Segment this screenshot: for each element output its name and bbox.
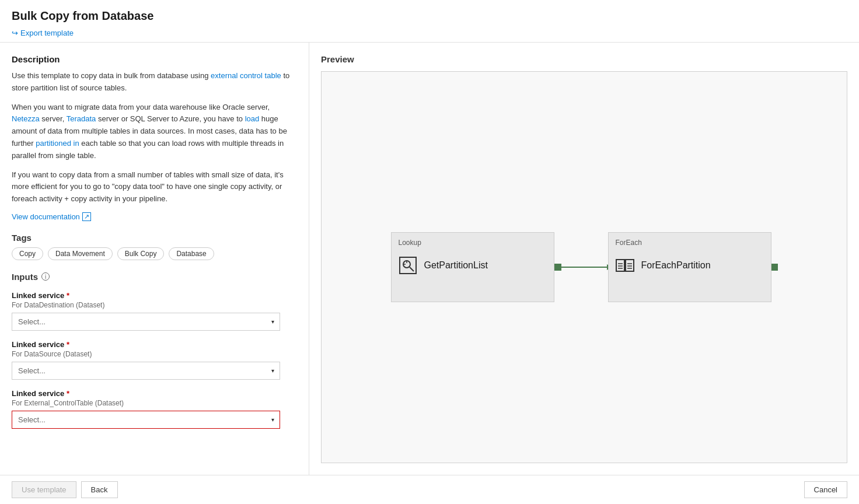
back-button[interactable]: Back [81,481,118,498]
description-para1: Use this template to copy data in bulk f… [12,70,297,94]
cancel-button[interactable]: Cancel [804,481,847,498]
foreach-node-name: ForEachPartition [641,260,711,271]
input-sublabel-2: For DataSource (Dataset) [12,350,297,358]
preview-label: Preview [321,54,847,64]
linked-service-destination-select[interactable]: Select... [12,313,280,331]
lookup-icon [399,256,417,275]
inputs-section: Inputs i Linked service * For DataDestin… [12,272,297,429]
lookup-node-name: GetPartitionList [424,260,488,271]
pipeline-diagram: Lookup GetPartitionList [391,232,778,302]
foreach-node: ForEach [608,232,771,302]
select-wrapper-1: Select... ▾ [12,313,280,331]
tag-data-movement: Data Movement [48,247,113,260]
input-sublabel-1: For DataDestination (Dataset) [12,301,297,309]
linked-service-source-select[interactable]: Select... [12,362,280,380]
input-label-2: Linked service * [12,340,297,349]
inputs-header: Inputs i [12,272,297,282]
lookup-body: GetPartitionList [399,251,547,279]
tags-title: Tags [12,233,297,243]
input-group-source: Linked service * For DataSource (Dataset… [12,340,297,380]
svg-line-2 [410,267,414,271]
preview-canvas: Lookup GetPartitionList [321,71,847,463]
lookup-type-label: Lookup [399,239,547,247]
inputs-info-icon: i [41,272,50,281]
export-arrow-icon: ↪ [12,29,18,37]
foreach-icon [616,256,634,275]
input-group-destination: Linked service * For DataDestination (Da… [12,291,297,331]
description-para3: If you want to copy data from a small nu… [12,169,297,205]
tag-database: Database [169,247,214,260]
select-wrapper-2: Select... ▾ [12,362,280,380]
select-wrapper-3: Select... ▾ [12,411,280,429]
page-title: Bulk Copy from Database [12,9,847,23]
tag-copy: Copy [12,247,43,260]
description-title: Description [12,54,297,64]
export-template-link[interactable]: ↪ Export template [12,29,74,37]
connector-dot-right [771,264,778,271]
tags-section: Tags Copy Data Movement Bulk Copy Databa… [12,233,297,260]
external-link-icon: ↗ [82,212,91,221]
foreach-body: ForEachPartition [616,251,764,279]
input-label-1: Linked service * [12,291,297,300]
right-panel: Preview Lookup [309,43,859,475]
bottom-left-buttons: Use template Back [12,481,118,498]
connector [554,264,608,271]
connector-dot-left [554,264,561,271]
foreach-type-label: ForEach [616,239,764,247]
tag-bulk-copy: Bulk Copy [117,247,165,260]
use-template-button[interactable]: Use template [12,481,76,498]
left-panel: Description Use this template to copy da… [0,43,309,475]
svg-rect-5 [616,260,624,271]
input-group-control-table: Linked service * For External_ControlTab… [12,389,297,429]
lookup-node: Lookup GetPartitionList [391,232,554,302]
bottom-bar: Use template Back Cancel [0,475,859,504]
input-sublabel-3: For External_ControlTable (Dataset) [12,399,297,407]
linked-service-controltable-select[interactable]: Select... [12,411,280,429]
description-para2: When you want to migrate data from your … [12,102,297,162]
bottom-right-buttons: Cancel [804,481,847,498]
input-label-3: Linked service * [12,389,297,398]
view-documentation-link[interactable]: View documentation ↗ [12,212,91,221]
svg-rect-6 [626,260,634,271]
tags-container: Copy Data Movement Bulk Copy Database [12,247,297,260]
